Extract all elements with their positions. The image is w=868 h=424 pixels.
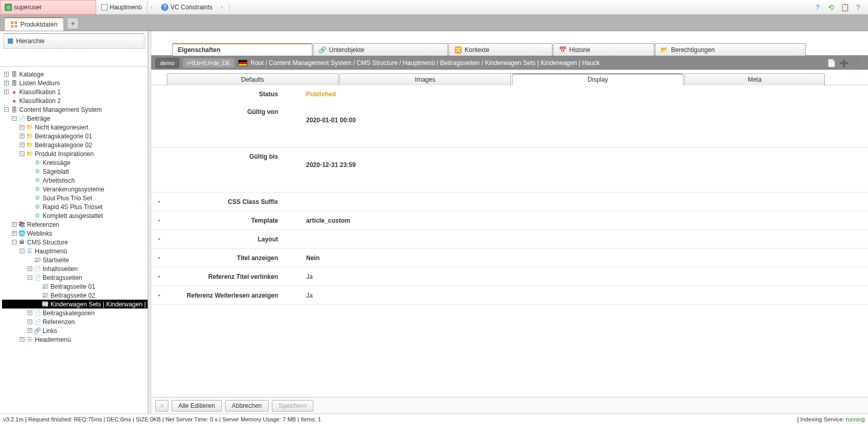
tree-node-kataloge[interactable]: +Kataloge [2,70,148,79]
tree-node-nicht[interactable]: +Nicht kategoriesiert [2,123,148,132]
save-button[interactable]: Speichern [272,400,313,412]
top-tab-hauptmenu[interactable]: Hauptmenü [96,0,148,15]
row-titel-anzeigen: Titel anzeigen Nein [151,249,868,267]
top-tab-label: VC Constraints [170,4,213,11]
tab-unterobjekte[interactable]: 🔗Unterobjekte [313,43,448,56]
top-tab-vc-constraints[interactable]: ? VC Constraints [156,0,218,15]
label-template: Template [167,217,284,224]
tree-node-bkat01[interactable]: +Beitragskategorie 01 [2,132,148,140]
edit-all-button[interactable]: Alle Editieren [172,400,222,412]
label-css-suffix: CSS Class Suffix [167,198,284,205]
status-right: [ Indexing Service: running [797,416,865,422]
next-button[interactable]: > [155,400,168,412]
context-icon: 🔀 [454,46,462,54]
subtab-meta[interactable]: Meta [685,73,825,85]
tree-node-kinderwagen[interactable]: Kinderwagen Sets | Kinderwagen | ... [2,300,148,309]
tree-node-prodinsp[interactable]: −Produkt Inspirationen [2,149,148,158]
tree-node-weblinks[interactable]: +Weblinks [2,229,148,238]
tree-node-links[interactable]: +Links [2,326,148,335]
nav-arrows[interactable]: ‹ [148,4,156,11]
username: superuser [14,4,42,11]
bullet-icon [154,272,164,281]
add-icon[interactable]: ➕ [839,58,848,68]
tree-node-komplett[interactable]: Komplett ausgestattet [2,211,148,220]
nav-arrows-right[interactable]: › [218,4,230,11]
hierarchy-icon: 🔗 [319,46,326,54]
label-ref-weiter: Referenz Weiterlesen anzeigen [167,292,284,299]
tree-node-verankerung[interactable]: Verankerungssysteme [2,185,148,194]
tree-node-bseite01[interactable]: Beitragsseite 01 [2,282,148,291]
tree-node-cmsstruct[interactable]: −CMS Structure [2,238,148,247]
tree-node-klass1[interactable]: +Klassifikation 1 [2,87,148,96]
help-icon: ? [161,4,168,11]
sub-tabs: Defaults Images Display Meta [151,73,868,85]
tree-node-beitraege[interactable]: −Beiträge [2,114,148,123]
tree-node-beitragsseiten[interactable]: −Beitragsseiten [2,273,148,282]
tree-node-kreissaege[interactable]: Kreissäge [2,158,148,167]
tree-node-klass2[interactable]: Klassifikation 2 [2,96,148,105]
clipboard-icon[interactable]: 📋 [840,3,849,12]
calendar-icon: 📅 [559,46,566,54]
tree-node-saegeblatt[interactable]: Sägeblatt [2,167,148,176]
tree-node-rapid[interactable]: Rapid 4S Plus Trioset [2,202,148,211]
value-status[interactable]: Published [284,91,336,98]
status-left: v3.2.1m ] Request finished: REQ:75ms | D… [3,416,321,422]
tree-node-startseite[interactable]: Startseite [2,255,148,264]
chip-revision[interactable]: r=0,b=0,l=de_DE [182,58,235,68]
label-valid-from: Gültig von [167,108,284,115]
add-tab-button[interactable]: + [67,18,78,29]
label-ref-titel: Referenz Titel verlinken [167,273,284,280]
tree-node-inhaltsseiten[interactable]: +Inhaltsseiten [2,264,148,273]
tab-kontexte[interactable]: 🔀Kontexte [449,43,553,56]
top-tab-label: Hauptmenü [110,4,142,11]
user-badge[interactable]: superuser [0,0,96,15]
breadcrumb-path: Root / Content Management System / CMS S… [251,59,600,67]
tree-node-referenzen[interactable]: +Referenzen [2,220,148,229]
hierarchy-panel-header[interactable]: Hierarchie [3,33,144,49]
help-icon[interactable]: ? [813,3,822,12]
bullet-icon [154,235,164,244]
row-css-suffix: CSS Class Suffix [151,192,868,211]
bullet-icon [154,291,164,300]
main-tab-bar: Produktdaten + [0,15,868,31]
tree-node-arbeitstisch[interactable]: Arbeitstisch [2,176,148,185]
panel-resizer[interactable]: ⋮ [143,199,148,225]
expand-icon[interactable]: ⤢ [851,58,861,68]
panel-title: Hierarchie [16,37,45,45]
subtab-defaults[interactable]: Defaults [167,73,338,85]
row-ref-titel: Referenz Titel verlinken Ja [151,267,868,286]
tree-node-soul[interactable]: Soul Plus Trio Set [2,194,148,202]
value-valid-to[interactable]: 2020-12-31 23:59 [284,153,356,169]
tree-node-cms[interactable]: −Content Management System [2,105,148,114]
tree-node-referenzen2[interactable]: +Referenzen [2,317,148,326]
tab-produktdaten[interactable]: Produktdaten [4,17,64,31]
cancel-button[interactable]: Abbrechen [225,400,269,412]
tree-node-hauptmenu[interactable]: −Hauptmenü [2,247,148,255]
row-valid-to: Gültig bis 2020-12-31 23:59 [151,148,868,192]
detail-tabs: Eigenschaften 🔗Unterobjekte 🔀Kontexte 📅H… [151,43,868,56]
value-ref-weiter[interactable]: Ja [284,292,313,299]
refresh-icon[interactable]: ⟲ [826,3,836,12]
value-titel[interactable]: Nein [284,254,320,262]
info-icon[interactable]: ? [853,3,863,12]
bottom-toolbar: > Alle Editieren Abbrechen Speichern [151,397,868,414]
tab-berechtigungen[interactable]: 📂Berechtigungen [655,43,806,56]
subtab-images[interactable]: Images [339,73,511,85]
left-panel: Hierarchie +Kataloge +Listen Medium +Kla… [0,31,148,414]
tree-node-bkat02[interactable]: +Beitragskategorie 02 [2,140,148,149]
value-valid-from[interactable]: 2020-01-01 00:00 [284,108,356,124]
tree-node-beitragskat[interactable]: +Beitragskategorien [2,309,148,317]
value-template[interactable]: article_custom [284,217,350,224]
tree-node-headermenu[interactable]: +Headermenü [2,335,148,344]
label-layout: Layout [167,236,284,243]
chip-demo[interactable]: demo [155,58,179,68]
subtab-display[interactable]: Display [512,73,683,85]
top-bar: superuser Hauptmenü ‹ ? VC Constraints ›… [0,0,868,15]
value-ref-titel[interactable]: Ja [284,273,313,280]
tree-node-listen[interactable]: +Listen Medium [2,79,148,87]
tab-eigenschaften[interactable]: Eigenschaften [172,43,312,56]
copy-icon[interactable]: 📄 [826,58,836,68]
tree-node-bseite02[interactable]: Beitragsseite 02 [2,291,148,300]
tab-historie[interactable]: 📅Historie [553,43,654,56]
form-area: Status Published Gültig von 2020-01-01 0… [151,85,868,397]
